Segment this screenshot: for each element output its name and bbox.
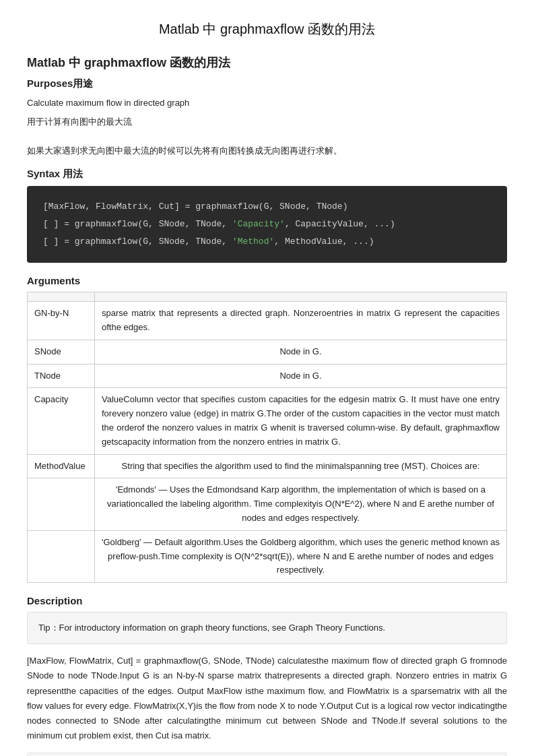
desc-para-1: [MaxFlow, FlowMatrix, Cut] = graphmaxflo… bbox=[27, 654, 507, 743]
arg-desc-tnode: Node in G. bbox=[95, 364, 507, 388]
code-line-3: [ ] = graphmaxflow(G, SNode, TNode, 'Met… bbox=[43, 233, 491, 251]
arg-desc-snode: Node in G. bbox=[95, 340, 507, 364]
table-header-desc bbox=[95, 292, 507, 302]
arg-name-empty2 bbox=[28, 530, 95, 582]
table-header-row bbox=[28, 292, 507, 302]
code-line-1: [MaxFlow, FlowMatrix, Cut] = graphmaxflo… bbox=[43, 198, 491, 216]
keyword-method: 'Method' bbox=[232, 237, 274, 247]
note-text: 如果大家遇到求无向图中最大流的时候可以先将有向图转换成无向图再进行求解。 bbox=[27, 144, 507, 158]
code-block: [MaxFlow, FlowMatrix, Cut] = graphmaxflo… bbox=[27, 186, 507, 263]
arg-desc-methodvalue: String that specifies the algorithm used… bbox=[95, 454, 507, 478]
tip-box-2: Tip: The algorithm that determines Cut,a… bbox=[27, 753, 507, 756]
arg-desc-gnbyn: sparse matrix that represents a directed… bbox=[95, 302, 507, 340]
arg-name-tnode: TNode bbox=[28, 364, 95, 388]
arguments-table: GN-by-N sparse matrix that represents a … bbox=[27, 292, 507, 583]
arguments-label: Arguments bbox=[27, 275, 507, 286]
table-header-name bbox=[28, 292, 95, 302]
arg-name-methodvalue: MethodValue bbox=[28, 454, 95, 478]
table-row: Capacity ValueColumn vector that specifi… bbox=[28, 388, 507, 454]
tip-box-1: Tip：For introductory information on grap… bbox=[27, 612, 507, 644]
arg-name-snode: SNode bbox=[28, 340, 95, 364]
arg-name-gnbyn: GN-by-N bbox=[28, 302, 95, 340]
table-row: 'Edmonds' — Uses the Edmondsand Karp alg… bbox=[28, 478, 507, 530]
description-label: Description bbox=[27, 595, 507, 606]
arg-name-capacity: Capacity bbox=[28, 388, 95, 454]
arg-desc-edmonds: 'Edmonds' — Uses the Edmondsand Karp alg… bbox=[95, 478, 507, 530]
description-section: Description Tip：For introductory informa… bbox=[27, 595, 507, 756]
table-row: 'Goldberg' — Default algorithm.Uses the … bbox=[28, 530, 507, 582]
keyword-capacity: 'Capacity' bbox=[232, 219, 285, 229]
arg-desc-capacity: ValueColumn vector that specifies custom… bbox=[95, 388, 507, 454]
purposes-label: Purposes用途 bbox=[27, 77, 507, 90]
arg-name-empty1 bbox=[28, 478, 95, 530]
arg-desc-goldberg: 'Goldberg' — Default algorithm.Uses the … bbox=[95, 530, 507, 582]
page-title: Matlab 中 graphmaxflow 函数的用法 bbox=[27, 20, 507, 38]
table-row: MethodValue String that specifies the al… bbox=[28, 454, 507, 478]
table-row: GN-by-N sparse matrix that represents a … bbox=[28, 302, 507, 340]
table-row: TNode Node in G. bbox=[28, 364, 507, 388]
code-line-2: [ ] = graphmaxflow(G, SNode, TNode, 'Cap… bbox=[43, 216, 491, 233]
purposes-en: Calculate maximum flow in directed graph bbox=[27, 96, 507, 111]
purposes-zh: 用于计算有向图中的最大流 bbox=[27, 115, 507, 129]
syntax-label: Syntax 用法 bbox=[27, 168, 507, 181]
main-title: Matlab 中 graphmaxflow 函数的用法 bbox=[27, 55, 507, 71]
table-row: SNode Node in G. bbox=[28, 340, 507, 364]
